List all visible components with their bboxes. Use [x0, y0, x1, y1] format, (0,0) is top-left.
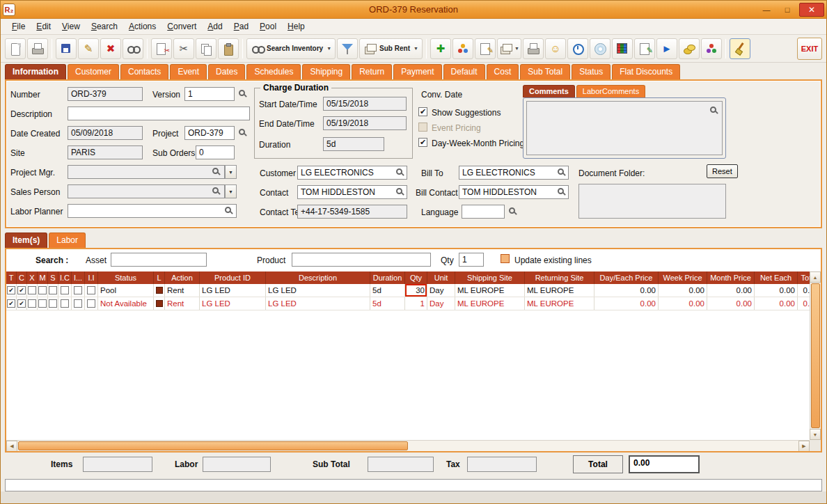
item-row[interactable]: PoolRentLG LEDLG LED5d30DayML EUROPEML E… — [6, 284, 810, 297]
cell-c3[interactable] — [38, 297, 48, 310]
menu-view[interactable]: View — [56, 19, 86, 33]
cell-total[interactable]: 0.00 — [798, 297, 810, 310]
row-checkbox[interactable] — [7, 286, 15, 294]
sub-rent-dropdown-icon[interactable]: ▼ — [414, 46, 418, 51]
menu-search[interactable]: Search — [86, 19, 123, 33]
sales-person-dropdown[interactable]: ▼ — [225, 184, 237, 198]
language-search-icon[interactable] — [509, 207, 515, 214]
contact-search-icon[interactable] — [396, 188, 402, 194]
cell-description[interactable]: LG LED — [266, 284, 370, 297]
cell-net_each[interactable]: 0.00 — [755, 284, 798, 297]
bill-contact-search-icon[interactable] — [558, 188, 564, 194]
print-button[interactable] — [27, 38, 48, 59]
batch-stack-button[interactable]: ▼ — [497, 38, 521, 59]
kit-circles-button[interactable] — [452, 38, 473, 59]
row-checkbox[interactable] — [61, 299, 69, 308]
scroll-down-icon[interactable]: ▼ — [810, 429, 821, 440]
cell-c0[interactable] — [6, 284, 17, 297]
item-row[interactable]: Not AvailableRentLG LEDLG LED5d1DayML EU… — [6, 297, 810, 310]
menu-actions[interactable]: Actions — [123, 19, 162, 33]
row-checkbox[interactable] — [38, 286, 47, 294]
column-header[interactable]: Tot... — [798, 271, 810, 284]
search-inventory-dropdown-icon[interactable]: ▼ — [326, 46, 331, 51]
description-field[interactable] — [68, 107, 250, 120]
tab-comments[interactable]: Comments — [523, 85, 575, 97]
row-checkbox[interactable] — [7, 299, 15, 308]
column-header[interactable]: Qty — [405, 271, 427, 284]
cell-day_each_price[interactable]: 0.00 — [594, 284, 659, 297]
tab-customer[interactable]: Customer — [68, 64, 119, 79]
edit-note-button[interactable] — [475, 38, 496, 59]
cell-c7[interactable] — [85, 284, 98, 297]
project-search-icon[interactable] — [239, 129, 245, 135]
horizontal-scroll-thumb[interactable] — [18, 441, 408, 450]
column-header[interactable]: L — [154, 271, 165, 284]
cell-shipping_site[interactable]: ML EUROPE — [455, 284, 525, 297]
tab-status[interactable]: Status — [572, 64, 611, 79]
reset-button[interactable]: Reset — [707, 164, 738, 178]
column-header[interactable]: Returning Site — [525, 271, 594, 284]
tab-payment[interactable]: Payment — [393, 64, 441, 79]
row-checkbox[interactable] — [17, 286, 26, 294]
cell-shipping_site[interactable]: ML EUROPE — [455, 297, 525, 310]
smiley-button[interactable]: ☺ — [545, 38, 566, 59]
cell-net_each[interactable]: 0.00 — [755, 297, 798, 310]
cell-c1[interactable] — [17, 297, 27, 310]
contact-field[interactable]: TOM HIDDLESTON — [297, 185, 407, 199]
cell-c2[interactable] — [27, 297, 38, 310]
cell-total[interactable]: 0.00 — [798, 284, 810, 297]
cell-returning_site[interactable]: ML EUROPE — [525, 284, 594, 297]
date-created-field[interactable]: 05/09/2018 — [68, 126, 143, 140]
scroll-left-icon[interactable]: ◀ — [6, 441, 17, 452]
delete-button[interactable]: ✖ — [100, 38, 121, 59]
tab-shipping[interactable]: Shipping — [302, 64, 350, 79]
comments-box[interactable] — [523, 97, 726, 159]
column-header[interactable]: M — [38, 271, 48, 284]
update-existing-lines-checkbox[interactable] — [501, 254, 510, 263]
tab-return[interactable]: Return — [352, 64, 392, 79]
menu-pad[interactable]: Pad — [228, 19, 254, 33]
row-checkbox[interactable] — [17, 299, 26, 308]
tab-dates[interactable]: Dates — [208, 64, 245, 79]
customer-field[interactable]: LG ELECTRONICS — [297, 166, 407, 180]
column-header[interactable]: X — [27, 271, 38, 284]
menu-edit[interactable]: Edit — [31, 19, 56, 33]
sub-orders-field[interactable]: 0 — [196, 145, 235, 159]
batch-stack-dropdown-icon[interactable]: ▼ — [514, 46, 519, 51]
column-header[interactable]: Shipping Site — [455, 271, 525, 284]
tab-schedules[interactable]: Schedules — [246, 64, 301, 79]
vertical-scroll-thumb[interactable] — [811, 283, 820, 428]
comments-search-icon[interactable] — [710, 107, 716, 113]
tab-default[interactable]: Default — [443, 64, 485, 79]
cell-week_price[interactable]: 0.00 — [659, 284, 707, 297]
find-binoculars-button[interactable] — [123, 38, 143, 59]
cell-c1[interactable] — [17, 284, 27, 297]
tab-information[interactable]: Information — [5, 64, 66, 79]
customer-search-icon[interactable] — [396, 168, 402, 175]
tab-labor[interactable]: Labor — [49, 233, 86, 248]
cell-action[interactable]: Rent — [165, 284, 200, 297]
row-checkbox[interactable] — [49, 286, 57, 294]
cut-document-button[interactable] — [151, 38, 172, 59]
column-header[interactable]: Description — [266, 271, 370, 284]
project-mgr-dropdown[interactable]: ▼ — [225, 165, 237, 179]
money-coins-button[interactable] — [679, 38, 700, 59]
column-header[interactable]: I.I — [85, 271, 98, 284]
color-balls-button[interactable] — [701, 38, 722, 59]
green-note-button[interactable] — [634, 38, 655, 59]
tab-item-s[interactable]: Item(s) — [5, 233, 47, 248]
cell-product_id[interactable]: LG LED — [200, 284, 266, 297]
vertical-scrollbar[interactable]: ▲ ▼ — [810, 271, 821, 440]
menu-pool[interactable]: Pool — [254, 19, 282, 33]
row-checkbox[interactable] — [28, 286, 36, 294]
site-field[interactable]: PARIS — [68, 145, 143, 159]
column-header[interactable]: Day/Each Price — [594, 271, 659, 284]
day-week-month-pricing-checkbox[interactable] — [418, 138, 427, 147]
project-mgr-field[interactable] — [68, 165, 225, 179]
bill-to-search-icon[interactable] — [558, 168, 564, 175]
product-search-input[interactable] — [292, 253, 431, 267]
menu-help[interactable]: Help — [282, 19, 310, 33]
column-header[interactable]: T — [6, 271, 17, 284]
column-header[interactable]: Action — [165, 271, 200, 284]
row-checkbox[interactable] — [28, 299, 36, 308]
